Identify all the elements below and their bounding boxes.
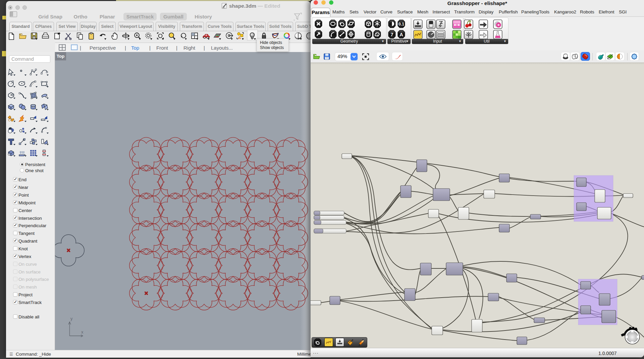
svg-text:A: A: [399, 32, 403, 37]
svg-text:0.1: 0.1: [398, 22, 404, 27]
svg-text:y: y: [70, 316, 73, 321]
svg-text:7: 7: [390, 32, 393, 37]
svg-text:x: x: [81, 329, 84, 335]
svg-text:3dm: 3dm: [223, 7, 226, 9]
